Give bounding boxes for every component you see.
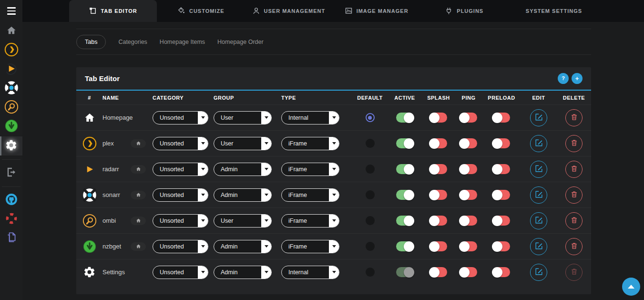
category-select[interactable]: Unsorted — [153, 111, 208, 124]
default-radio[interactable] — [366, 165, 375, 174]
edit-tab-button[interactable] — [530, 135, 547, 152]
category-select[interactable]: Unsorted — [153, 163, 208, 176]
sidebar-item-support[interactable] — [0, 210, 22, 229]
preload-toggle[interactable] — [493, 267, 510, 277]
scroll-to-top-button[interactable] — [622, 278, 640, 296]
preload-toggle[interactable] — [493, 164, 510, 174]
ping-toggle[interactable] — [460, 216, 477, 226]
chevron-down-icon — [261, 137, 272, 150]
category-select[interactable]: Unsorted — [153, 188, 208, 202]
active-toggle[interactable] — [396, 164, 413, 174]
delete-tab-button[interactable] — [565, 109, 583, 126]
delete-tab-button[interactable] — [565, 238, 583, 255]
type-select[interactable]: iFrame — [281, 137, 339, 150]
edit-pencil-icon — [534, 216, 543, 226]
ping-toggle[interactable] — [460, 164, 477, 174]
edit-tab-button[interactable] — [530, 212, 547, 229]
default-radio[interactable] — [366, 268, 375, 277]
splash-toggle[interactable] — [430, 164, 447, 174]
delete-tab-button[interactable] — [565, 186, 583, 204]
delete-tab-button[interactable] — [565, 161, 583, 178]
tab-name: ombi — [102, 217, 116, 224]
category-select[interactable]: Unsorted — [153, 214, 208, 228]
active-toggle[interactable] — [396, 216, 413, 226]
delete-tab-button[interactable] — [565, 212, 583, 229]
edit-tab-button[interactable] — [530, 186, 547, 204]
sidebar-item-plex[interactable] — [0, 41, 22, 60]
subtab-homepage-order[interactable]: Homepage Order — [217, 35, 264, 49]
subtab-categories[interactable]: Categories — [118, 35, 147, 49]
edit-tab-button[interactable] — [530, 264, 547, 281]
category-select[interactable]: Unsorted — [153, 266, 208, 279]
nav-tab-system-settings[interactable]: SYSTEM SETTINGS — [508, 0, 596, 22]
preload-toggle[interactable] — [493, 241, 510, 251]
nav-tab-plugins[interactable]: PLUGINS — [420, 0, 508, 22]
preload-toggle[interactable] — [493, 113, 510, 123]
default-radio[interactable] — [366, 242, 375, 251]
ping-toggle[interactable] — [460, 113, 477, 123]
nav-tab-image-manager[interactable]: IMAGE MANAGER — [333, 0, 420, 22]
default-radio[interactable] — [366, 190, 375, 199]
add-tab-button[interactable]: + — [572, 73, 583, 84]
sidebar-item-logout[interactable] — [0, 164, 22, 183]
sidebar-item-settings[interactable] — [0, 136, 22, 155]
active-toggle[interactable] — [396, 190, 413, 200]
preload-toggle[interactable] — [493, 216, 510, 226]
splash-toggle[interactable] — [430, 241, 447, 251]
ping-toggle[interactable] — [460, 267, 477, 277]
chevron-down-icon — [198, 137, 208, 150]
splash-toggle[interactable] — [430, 216, 447, 226]
nav-tab-customize[interactable]: CUSTOMIZE — [157, 0, 245, 22]
edit-tab-button[interactable] — [530, 109, 547, 126]
default-radio[interactable] — [366, 216, 375, 225]
sidebar-item-sonarr[interactable] — [0, 79, 22, 98]
sidebar-item-radarr[interactable] — [0, 60, 22, 79]
default-radio[interactable] — [366, 139, 375, 148]
type-select[interactable]: iFrame — [281, 163, 339, 176]
group-select[interactable]: Admin — [214, 240, 272, 253]
category-select[interactable]: Unsorted — [153, 137, 208, 150]
subtab-tabs[interactable]: Tabs — [76, 35, 106, 49]
ping-toggle[interactable] — [460, 138, 477, 148]
ping-toggle[interactable] — [460, 241, 477, 251]
sidebar-item-ombi[interactable] — [0, 98, 22, 117]
help-button[interactable]: ? — [558, 73, 569, 84]
type-select[interactable]: iFrame — [281, 214, 339, 228]
hamburger-menu-button[interactable] — [0, 0, 22, 22]
sidebar-item-nzbget[interactable] — [0, 117, 22, 136]
delete-tab-button[interactable] — [565, 264, 583, 281]
sidebar-item-home[interactable] — [0, 22, 22, 41]
active-toggle[interactable] — [396, 241, 413, 251]
type-select[interactable]: Internal — [281, 266, 339, 279]
subtab-homepage-items[interactable]: Homepage Items — [160, 35, 205, 49]
group-select[interactable]: User — [214, 111, 272, 124]
type-select[interactable]: Internal — [281, 111, 339, 124]
group-select[interactable]: Admin — [214, 266, 272, 279]
delete-tab-button[interactable] — [565, 135, 583, 152]
active-toggle[interactable] — [396, 113, 413, 123]
splash-toggle[interactable] — [430, 113, 447, 123]
nav-tab-tab-editor[interactable]: TAB EDITOR — [69, 0, 157, 22]
edit-tab-button[interactable] — [530, 238, 547, 255]
group-select[interactable]: User — [214, 214, 272, 228]
active-toggle[interactable] — [396, 267, 413, 277]
preload-toggle[interactable] — [493, 138, 510, 148]
group-select[interactable]: Admin — [214, 163, 272, 176]
type-select[interactable]: iFrame — [281, 240, 339, 253]
splash-toggle[interactable] — [430, 190, 447, 200]
ping-toggle[interactable] — [460, 190, 477, 200]
column-header-name: NAME — [102, 95, 153, 101]
sidebar-item-docs[interactable] — [0, 229, 22, 248]
category-select[interactable]: Unsorted — [153, 240, 208, 253]
group-select[interactable]: User — [214, 137, 272, 150]
splash-toggle[interactable] — [430, 267, 447, 277]
preload-toggle[interactable] — [493, 190, 510, 200]
splash-toggle[interactable] — [430, 138, 447, 148]
sidebar-item-github[interactable] — [0, 191, 22, 210]
default-radio[interactable] — [366, 113, 375, 122]
group-select[interactable]: Admin — [214, 188, 272, 202]
nav-tab-user-management[interactable]: USER MANAGEMENT — [245, 0, 332, 22]
type-select[interactable]: iFrame — [281, 188, 339, 202]
active-toggle[interactable] — [396, 138, 413, 148]
edit-tab-button[interactable] — [530, 161, 547, 178]
